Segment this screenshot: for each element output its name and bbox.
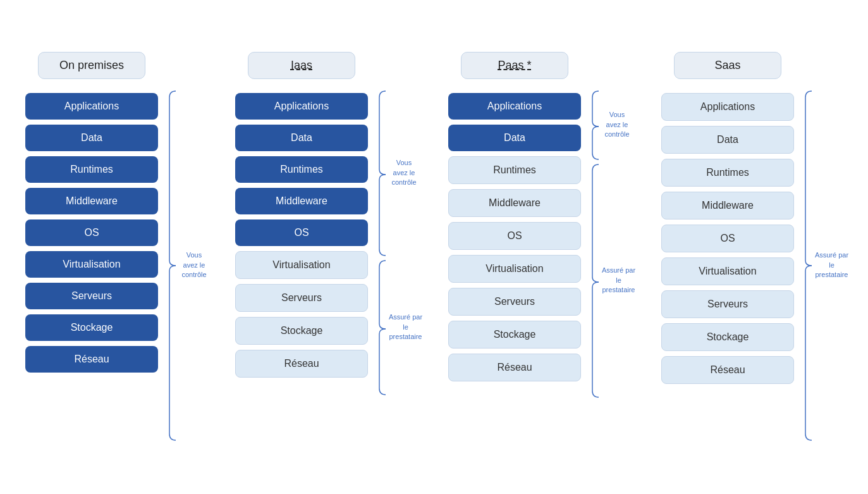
item-stockage-paas: Stockage: [448, 321, 581, 349]
item-middleware: Middleware: [25, 188, 158, 214]
item-runtimes-paas: Runtimes: [448, 156, 581, 184]
column-content-paas: Paas * Applications Data Runtimes Middle…: [442, 52, 587, 381]
item-runtimes-iaas: Runtimes: [235, 156, 368, 183]
annotation-text-on-premises: Vous avez le contrôle: [178, 250, 210, 280]
bracket-svg-saas: [803, 89, 814, 443]
item-stockage-saas: Stockage: [661, 323, 794, 351]
annotation-on-premises: Vous avez le contrôle: [167, 89, 210, 443]
annotation-paas-bottom: Assuré par le prestataire: [590, 162, 636, 400]
item-reseau: Réseau: [25, 346, 158, 373]
column-title-on-premises: On premises: [38, 52, 145, 79]
item-reseau-iaas: Réseau: [235, 350, 368, 378]
item-reseau-paas: Réseau: [448, 354, 581, 381]
annotation-paas-top: Vous avez le contrôle: [590, 89, 636, 162]
item-serveurs: Serveurs: [25, 283, 158, 309]
column-title-paas: Paas *: [461, 52, 568, 79]
item-data-saas: Data: [661, 126, 794, 154]
item-middleware-paas: Middleware: [448, 189, 581, 217]
annotation-iaas-top: Vous avez le contrôle: [377, 89, 423, 258]
bracket-svg-paas-bottom: [590, 162, 601, 400]
annotation-text-paas-top: Vous avez le contrôle: [601, 110, 633, 139]
column-content-iaas: Iaas Applications Data Runtimes Middlewa…: [229, 52, 374, 378]
items-list-iaas: Applications Data Runtimes Middleware OS…: [229, 93, 374, 378]
annotation-text-iaas-top: Vous avez le contrôle: [388, 158, 420, 187]
item-data-iaas: Data: [235, 125, 368, 151]
item-middleware-iaas: Middleware: [235, 188, 368, 214]
item-data: Data: [25, 125, 158, 151]
item-runtimes: Runtimes: [25, 156, 158, 183]
column-iaas: Iaas Applications Data Runtimes Middlewa…: [229, 52, 423, 397]
column-on-premises: On premises Applications Data Runtimes M…: [19, 52, 210, 443]
items-list-saas: Applications Data Runtimes Middleware OS…: [655, 93, 800, 384]
item-serveurs-paas: Serveurs: [448, 288, 581, 316]
column-content: On premises Applications Data Runtimes M…: [19, 52, 164, 373]
bracket-svg-iaas-top: [377, 89, 388, 258]
bracket-svg: [167, 89, 178, 443]
annotation-iaas: Vous avez le contrôle Assuré par le pres…: [377, 89, 423, 397]
item-applications-paas: Applications: [448, 93, 581, 120]
item-applications-saas: Applications: [661, 93, 794, 121]
item-serveurs-iaas: Serveurs: [235, 284, 368, 312]
item-os-paas: OS: [448, 222, 581, 250]
annotation-text-saas: Assuré par le prestataire: [814, 250, 849, 280]
item-applications-iaas: Applications: [235, 93, 368, 120]
item-os-saas: OS: [661, 225, 794, 252]
bracket-svg-iaas-bottom: [377, 258, 388, 397]
annotation-paas: Vous avez le contrôle Assuré par le pres…: [590, 89, 636, 400]
item-stockage-iaas: Stockage: [235, 317, 368, 345]
items-list-paas: Applications Data Runtimes Middleware OS…: [442, 93, 587, 381]
item-os: OS: [25, 219, 158, 246]
item-data-paas: Data: [448, 125, 581, 151]
item-stockage: Stockage: [25, 314, 158, 341]
annotation-iaas-bottom: Assuré par le prestataire: [377, 258, 423, 397]
annotation-text-iaas-bottom: Assuré par le prestataire: [388, 312, 423, 342]
annotation-saas: Assuré par le prestataire: [803, 89, 849, 443]
column-saas: Saas Applications Data Runtimes Middlewa…: [655, 52, 849, 443]
item-serveurs-saas: Serveurs: [661, 290, 794, 318]
items-list-on-premises: Applications Data Runtimes Middleware OS…: [19, 93, 164, 373]
annotation-text-paas-bottom: Assuré par le prestataire: [601, 266, 636, 295]
diagram: On premises Applications Data Runtimes M…: [0, 39, 868, 455]
item-os-iaas: OS: [235, 219, 368, 246]
item-runtimes-saas: Runtimes: [661, 159, 794, 187]
item-middleware-saas: Middleware: [661, 192, 794, 219]
item-virtualisation-iaas: Virtualisation: [235, 251, 368, 279]
item-virtualisation-paas: Virtualisation: [448, 255, 581, 283]
item-reseau-saas: Réseau: [661, 356, 794, 384]
bracket-svg-paas-top: [590, 89, 601, 162]
column-title-saas: Saas: [674, 52, 781, 79]
item-virtualisation: Virtualisation: [25, 251, 158, 278]
item-virtualisation-saas: Virtualisation: [661, 257, 794, 285]
column-title-iaas: Iaas: [248, 52, 355, 79]
item-applications: Applications: [25, 93, 158, 120]
column-content-saas: Saas Applications Data Runtimes Middlewa…: [655, 52, 800, 384]
column-paas: Paas * Applications Data Runtimes Middle…: [442, 52, 636, 400]
